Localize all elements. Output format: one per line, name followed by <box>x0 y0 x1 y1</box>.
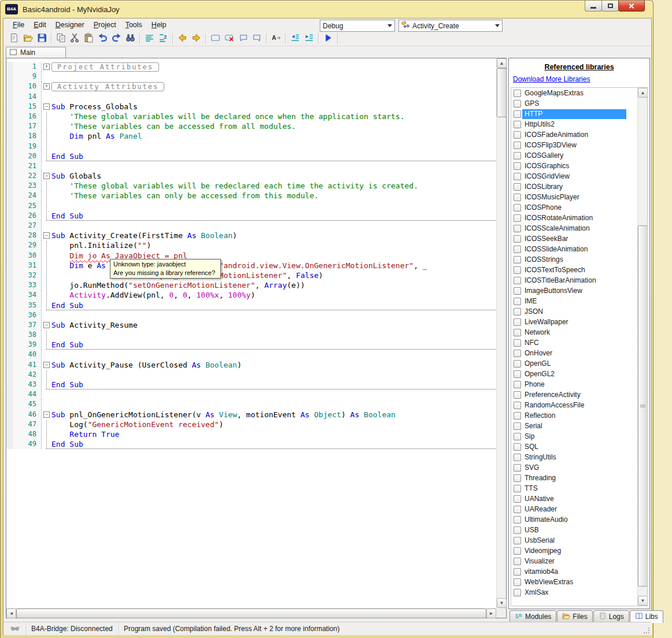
library-item[interactable]: GoogleMapsExtras <box>511 88 647 98</box>
format-lines-button[interactable] <box>142 32 156 45</box>
autocomplete-button[interactable]: A <box>269 32 283 45</box>
library-checkbox[interactable] <box>514 422 521 430</box>
library-item[interactable]: HttpUtils2 <box>511 119 647 129</box>
code-line[interactable]: 29 pnl.Initialize("") <box>6 240 496 250</box>
library-checkbox[interactable] <box>514 256 521 264</box>
code-line[interactable]: 42 <box>6 370 496 380</box>
code-line[interactable]: 37−Sub Activity_Resume <box>6 320 496 330</box>
menu-edit[interactable]: Edit <box>29 19 51 31</box>
scroll-down-button[interactable]: ▼ <box>497 598 507 608</box>
close-button[interactable] <box>618 1 645 12</box>
code-line[interactable]: 39End Sub <box>6 340 496 350</box>
library-item[interactable]: ICOSFadeAnimation <box>511 129 647 140</box>
sub-navigator-dropdown[interactable]: Activity_Create <box>398 20 503 32</box>
library-item[interactable]: LiveWallpaper <box>511 317 647 327</box>
code-line[interactable]: 43End Sub <box>6 380 496 390</box>
collapsed-region[interactable]: Project Attributes <box>51 62 159 72</box>
fold-toggle[interactable]: − <box>43 411 50 418</box>
fold-toggle[interactable]: + <box>43 83 50 90</box>
library-item[interactable]: Network <box>511 327 647 337</box>
library-item[interactable]: USB <box>511 525 647 535</box>
code-line[interactable]: 45 <box>6 399 496 409</box>
code-line[interactable]: 17 'These variables can be accessed from… <box>6 121 496 131</box>
library-checkbox[interactable] <box>514 235 521 243</box>
library-item[interactable]: TTS <box>511 483 647 494</box>
code-line[interactable]: 38 <box>6 330 496 340</box>
library-item[interactable]: Videomjpeg <box>511 546 647 556</box>
library-checkbox[interactable] <box>514 589 521 596</box>
library-checkbox[interactable] <box>514 142 521 149</box>
code-line[interactable]: 32 "pnl_OnGenericMotionListener", False) <box>6 270 496 280</box>
nav-forward-button[interactable] <box>189 32 203 45</box>
code-line[interactable]: 24 'These variables can only be accessed… <box>6 191 496 201</box>
library-checkbox[interactable] <box>514 277 521 284</box>
library-checkbox[interactable] <box>514 121 521 128</box>
library-checkbox[interactable] <box>514 443 521 451</box>
editor-horizontal-scrollbar[interactable]: ◄ ► <box>6 608 496 618</box>
library-item[interactable]: ICOSGallery <box>511 150 647 161</box>
code-line[interactable]: 21 <box>6 161 496 171</box>
scroll-thumb[interactable] <box>16 609 486 618</box>
library-item[interactable]: PreferenceActivity <box>511 390 647 400</box>
library-checkbox[interactable] <box>514 391 521 399</box>
library-checkbox[interactable] <box>514 204 521 212</box>
paste-button[interactable] <box>82 32 95 45</box>
library-item[interactable]: Reflection <box>511 410 647 421</box>
code-line[interactable]: 47 Log("GenericMotionEvent received") <box>6 420 496 429</box>
scroll-right-button[interactable]: ► <box>486 609 496 618</box>
scroll-up-button[interactable]: ▲ <box>497 58 507 68</box>
code-line[interactable]: 40 <box>6 350 496 359</box>
library-item[interactable]: NFC <box>511 337 647 348</box>
code-line[interactable]: 20End Sub <box>6 151 496 161</box>
library-item[interactable]: ICOSTextToSpeech <box>511 265 647 275</box>
library-item[interactable]: ICOSScaleAnimation <box>511 223 647 233</box>
library-item[interactable]: ICOSFlip3DView <box>511 140 647 150</box>
library-checkbox[interactable] <box>514 100 521 107</box>
library-item[interactable]: ImageButtonsView <box>511 285 647 296</box>
library-checkbox[interactable] <box>514 339 521 347</box>
comment-remove-button[interactable] <box>250 32 264 45</box>
library-checkbox[interactable] <box>514 578 521 586</box>
comment-add-button[interactable] <box>236 32 250 45</box>
library-item[interactable]: UltimateAudio <box>511 514 647 525</box>
library-checkbox[interactable] <box>514 402 521 409</box>
library-item[interactable]: ICOSSeekBar <box>511 233 647 244</box>
library-item[interactable]: Phone <box>511 379 647 390</box>
title-bar[interactable]: B4A Basic4android - MyNvidiaJoy <box>1 1 653 18</box>
library-checkbox[interactable] <box>514 381 521 388</box>
library-item[interactable]: ICOSGraphics <box>511 161 647 171</box>
fold-toggle[interactable]: − <box>43 173 50 179</box>
library-checkbox[interactable] <box>514 485 521 492</box>
libraries-list[interactable]: GoogleMapsExtrasGPSHTTPHttpUtils2ICOSFad… <box>511 87 648 606</box>
save-button[interactable] <box>35 32 49 45</box>
collapsed-region[interactable]: Activity Attributes <box>51 82 164 91</box>
library-item[interactable]: SVG <box>511 462 647 473</box>
library-checkbox[interactable] <box>514 162 521 170</box>
code-line[interactable]: 19 <box>6 142 496 151</box>
library-item[interactable]: IME <box>511 296 647 306</box>
library-item[interactable]: Threading <box>511 473 647 483</box>
libraries-scrollbar[interactable]: ▲ ▼ <box>637 88 647 606</box>
editor-vertical-scrollbar[interactable]: ▲ ▼ <box>496 58 506 608</box>
fold-toggle[interactable]: + <box>43 64 50 70</box>
scroll-left-button[interactable]: ◄ <box>6 609 16 618</box>
code-line[interactable]: 30 Dim jo As JavaObject = pnl <box>6 251 496 261</box>
library-item[interactable]: RandomAccessFile <box>511 400 647 410</box>
code-line[interactable]: 48 Return True <box>6 429 496 439</box>
library-checkbox[interactable] <box>514 287 521 295</box>
library-item[interactable]: Serial <box>511 421 647 431</box>
library-item[interactable]: ICOSGridView <box>511 171 647 181</box>
library-checkbox[interactable] <box>514 329 521 336</box>
library-item[interactable]: XmlSax <box>511 587 647 598</box>
scroll-down-button[interactable]: ▼ <box>638 596 648 606</box>
library-checkbox[interactable] <box>514 173 521 180</box>
library-item[interactable]: GPS <box>511 98 647 109</box>
maximize-button[interactable] <box>601 1 619 12</box>
outdent-button[interactable] <box>288 32 302 45</box>
code-line[interactable]: 23 'These global variables will be redec… <box>6 181 496 191</box>
library-checkbox[interactable] <box>514 131 521 139</box>
library-checkbox[interactable] <box>514 474 521 482</box>
library-item[interactable]: JSON <box>511 306 647 317</box>
library-item[interactable]: ICOSMusicPlayer <box>511 192 647 202</box>
tab-files[interactable]: Files <box>557 610 592 623</box>
